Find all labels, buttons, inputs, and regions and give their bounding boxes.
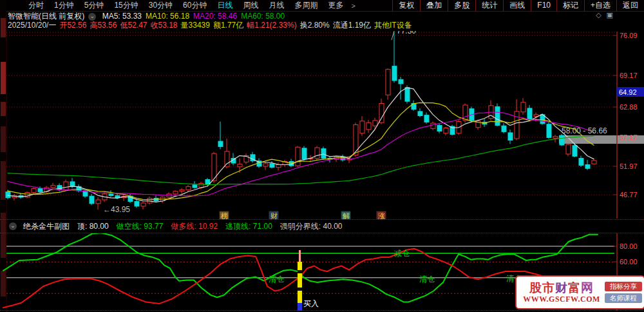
signal-清仓: 清仓 — [419, 275, 435, 284]
candle-down — [392, 66, 397, 81]
candle-down — [6, 192, 10, 198]
toolbar-button-标记[interactable]: 标记 — [556, 0, 584, 12]
watermark-brand-char: 市 — [542, 281, 555, 295]
chevron-down-icon[interactable]: ⌄ — [88, 13, 96, 21]
ma-values: MA5: 53.33MA10: 56.18MA20: 58.46MA60: 58… — [102, 12, 289, 21]
indicator-header-item: 绝杀金牛副图 — [23, 221, 70, 232]
candle-down — [90, 196, 94, 204]
candle-up — [360, 121, 365, 133]
candle-down — [302, 148, 307, 159]
candle-up — [515, 112, 519, 139]
candle-down — [424, 115, 429, 122]
candle-down — [495, 106, 500, 125]
toolbar-button-F10[interactable]: F10 — [531, 0, 556, 12]
tab-60分钟[interactable]: 60分钟 — [178, 0, 212, 11]
axis-price-label: 46.77 — [620, 191, 638, 199]
tab-日线[interactable]: 日线 — [212, 0, 238, 11]
ma-label: MA20: 58.46 — [193, 12, 237, 21]
tab-30分钟[interactable]: 30分钟 — [144, 0, 178, 11]
candle-down — [321, 149, 326, 159]
tab-更多[interactable]: 更多 — [323, 0, 348, 11]
axis-price-label: 57.17 — [620, 133, 638, 141]
toolbar-button-复权[interactable]: 复权 — [392, 0, 420, 12]
indicator-header-item: 做空线: 93.77 — [117, 221, 164, 232]
watermark: 股市财富网 WWW.GSCFW.COM 指标分享名师课程 — [515, 275, 644, 309]
candle-up — [180, 190, 184, 191]
watermark-badge: 名师课程 — [605, 293, 642, 303]
candle-down — [437, 125, 442, 131]
toolbar-right-buttons: 复权叠加多股统计画线F10标记+自选返回 — [392, 0, 644, 12]
axis-price-label: 69.17 — [620, 72, 638, 79]
candle-up — [373, 121, 377, 126]
watermark-brand-char: 网 — [581, 281, 594, 295]
buy-marker-segment — [298, 291, 302, 303]
tab-分时[interactable]: 分时 — [23, 0, 49, 11]
main-candlestick-chart[interactable]: 58.00 - 56.6677.30←43.9576.0969.1762.885… — [0, 31, 644, 219]
axis-price-label: 76.09 — [620, 32, 638, 39]
candle-down — [585, 164, 590, 168]
candle-up — [173, 191, 178, 194]
candle-up — [276, 164, 281, 167]
indicator-header-item: 强弱分界线: 40.00 — [280, 221, 343, 232]
candle-up — [263, 164, 268, 166]
candle-down — [193, 185, 197, 188]
candle-up — [96, 200, 100, 204]
indicator-header-item: 顶: 80.00 — [77, 221, 109, 232]
buy-marker-segment — [298, 288, 302, 291]
indicator-header-item: 做多线: 10.92 — [171, 221, 218, 232]
stamp-char: 解 — [343, 212, 350, 219]
ma-label: MA5: 53.33 — [102, 12, 142, 21]
candle-up — [534, 115, 538, 116]
ma5-line — [8, 88, 594, 202]
candle-down — [508, 133, 513, 141]
candle-up — [366, 122, 371, 130]
chevron-down-icon[interactable]: ⌄ — [9, 222, 17, 230]
tab-1分钟[interactable]: 1分钟 — [49, 0, 79, 11]
candle-down — [405, 88, 410, 101]
candle-up — [354, 125, 358, 155]
stock-title[interactable]: 智微智能(日线 前复权) — [8, 12, 84, 21]
tab-月线[interactable]: 月线 — [263, 0, 289, 11]
candle-up — [51, 186, 55, 188]
axis-indicator-label: 80.00 — [620, 242, 638, 250]
axis-price-label: 51.97 — [620, 162, 638, 170]
panel-layout-icon[interactable]: ▣ — [607, 11, 618, 19]
candle-up — [521, 102, 526, 112]
axis-price-label: 62.88 — [620, 103, 638, 111]
ma10-line — [8, 102, 594, 199]
tab-周线[interactable]: 周线 — [238, 0, 263, 11]
tab-15分钟[interactable]: 15分钟 — [109, 0, 143, 11]
stamp-char: 涨 — [378, 212, 385, 219]
candle-down — [579, 159, 583, 166]
candle-down — [418, 112, 422, 116]
candle-up — [296, 147, 300, 166]
candle-up — [566, 144, 571, 154]
candle-up — [592, 161, 596, 164]
candle-down — [38, 189, 43, 192]
tab-5分钟[interactable]: 5分钟 — [79, 0, 109, 11]
candle-down — [218, 141, 223, 146]
indicator-header: ⌄ 绝杀金牛副图顶: 80.00做空线: 93.77做多线: 10.92逃顶线:… — [9, 221, 343, 231]
toolbar-button-返回[interactable]: 返回 — [616, 0, 644, 12]
low-label: ←43.95 — [103, 205, 130, 214]
indicator-header-item: 逃顶线: 71.00 — [225, 221, 272, 232]
toolbar-button-画线[interactable]: 画线 — [503, 0, 531, 12]
quote-item: 其他IT设备 — [374, 21, 412, 30]
watermark-brand: 股市财富网 — [518, 281, 605, 295]
ma-label: MA10: 56.18 — [146, 12, 189, 21]
axis-indicator-label: 60.00 — [620, 258, 638, 266]
toolbar-button-叠加[interactable]: 叠加 — [420, 0, 448, 12]
candle-up — [379, 104, 384, 123]
more-arrow-icon[interactable]: > — [348, 2, 357, 10]
quote-item: 收53.18 — [151, 21, 178, 30]
watermark-brand-char: 股 — [529, 281, 542, 295]
toolbar-button-多股[interactable]: 多股 — [448, 0, 475, 12]
candle-up — [386, 70, 390, 95]
diamond-icon[interactable]: ◇ — [596, 11, 606, 19]
toolbar-button-统计[interactable]: 统计 — [475, 0, 503, 12]
tab-多周期[interactable]: 多周期 — [289, 0, 323, 11]
toolbar-button-+自选[interactable]: +自选 — [584, 0, 616, 12]
bottom-edge — [0, 310, 644, 311]
stamp-char: 榜 — [221, 212, 228, 219]
candle-down — [135, 201, 139, 206]
